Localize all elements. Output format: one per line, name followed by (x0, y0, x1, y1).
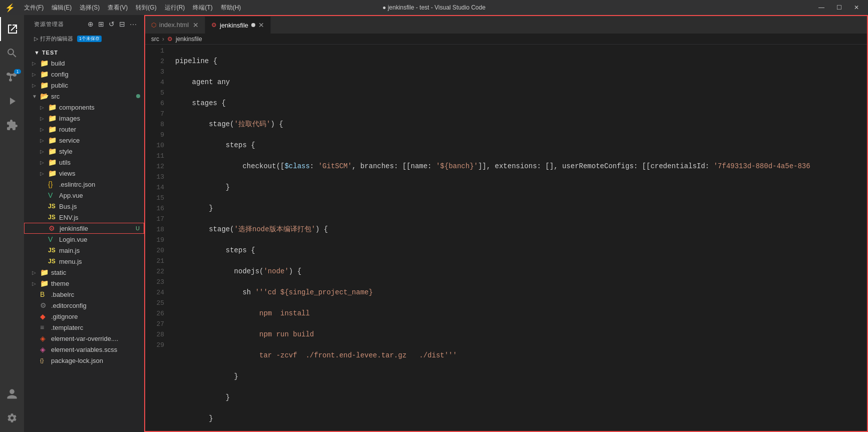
file-eslintrc[interactable]: {} .eslintrc.json (24, 179, 144, 190)
settings-activity-icon[interactable] (0, 406, 24, 430)
menu-edit[interactable]: 编辑(E) (49, 3, 75, 13)
project-chevron: ▼ (34, 50, 40, 56)
menu-terminal[interactable]: 终端(T) (190, 3, 215, 13)
extensions-activity-icon[interactable] (0, 113, 24, 137)
file-templaterc-label: .templaterc (51, 324, 144, 331)
code-line-8: } (175, 203, 867, 214)
run-activity-icon[interactable] (0, 89, 24, 113)
file-element-var-override[interactable]: ◈ element-var-override.... (24, 333, 144, 344)
folder-components-label: components (59, 104, 144, 111)
folder-src-label: src (51, 93, 136, 100)
code-line-9: stage('选择node版本编译打包') { (175, 224, 867, 235)
tab-html-close[interactable]: ✕ (193, 21, 199, 29)
folder-components[interactable]: ▷ 📁 components (24, 102, 144, 113)
account-activity-icon[interactable] (0, 382, 24, 406)
folder-views[interactable]: ▷ 📁 views (24, 168, 144, 179)
folder-images[interactable]: ▷ 📁 images (24, 113, 144, 124)
ln-12: 12 (145, 161, 164, 172)
new-folder-icon[interactable]: ⊞ (97, 19, 106, 29)
ln-1: 1 (145, 46, 164, 56)
tab-jenkinsfile-close[interactable]: ✕ (258, 21, 264, 29)
folder-public-icon: 📁 (40, 81, 49, 89)
folder-build-label: build (51, 60, 144, 67)
source-control-activity-icon[interactable]: 1 (0, 65, 24, 89)
folder-static[interactable]: ▷ 📁 static (24, 267, 144, 278)
ln-17: 17 (145, 214, 164, 224)
folder-src[interactable]: ▼ 📂 src (24, 91, 144, 102)
folder-theme[interactable]: ▷ 📁 theme (24, 278, 144, 289)
folder-views-icon: 📁 (48, 169, 57, 177)
folder-router[interactable]: ▷ 📁 router (24, 124, 144, 135)
babelrc-icon: B (40, 290, 49, 298)
folder-config[interactable]: ▷ 📁 config (24, 69, 144, 80)
refresh-icon[interactable]: ↺ (108, 19, 116, 29)
file-packagelock[interactable]: {} package-lock.json (24, 355, 144, 366)
activity-bar: 1 (0, 15, 24, 432)
menu-goto[interactable]: 转到(G) (133, 3, 159, 13)
ln-19: 19 (145, 235, 164, 245)
file-menujs[interactable]: JS menu.js (24, 256, 144, 267)
new-file-icon[interactable]: ⊕ (87, 19, 95, 29)
file-mainjs[interactable]: JS main.js (24, 245, 144, 256)
chevron-static: ▷ (32, 270, 40, 275)
menu-help[interactable]: 帮助(H) (218, 3, 244, 13)
file-busjs[interactable]: JS Bus.js (24, 201, 144, 212)
folder-style-icon: 📁 (48, 147, 57, 155)
ln-6: 6 (145, 98, 164, 109)
close-button[interactable]: ✕ (850, 3, 863, 12)
ln-11: 11 (145, 151, 164, 161)
tab-jenkinsfile-icon: ⚙ (211, 22, 217, 29)
folder-build[interactable]: ▷ 📁 build (24, 58, 144, 69)
file-templaterc[interactable]: ≡ .templaterc (24, 322, 144, 333)
folder-service[interactable]: ▷ 📁 service (24, 135, 144, 146)
file-loginvue[interactable]: V Login.vue (24, 234, 144, 245)
menujs-icon: JS (48, 258, 57, 265)
collapse-icon[interactable]: ⊟ (118, 19, 127, 29)
file-envjs[interactable]: JS ENV.js (24, 212, 144, 223)
breadcrumb-src[interactable]: src (151, 36, 159, 43)
file-editorconfig[interactable]: ⚙ .editorconfig (24, 300, 144, 311)
vscode-logo: ⚡ (5, 3, 15, 13)
code-line-12: sh '''cd ${single_project_name} (175, 287, 867, 298)
menu-select[interactable]: 选择(S) (77, 3, 103, 13)
templaterc-icon: ≡ (40, 323, 49, 331)
file-babelrc-label: .babelrc (51, 291, 144, 298)
code-line-14: npm run build (175, 329, 867, 340)
search-activity-icon[interactable] (0, 41, 24, 65)
folder-components-icon: 📁 (48, 103, 57, 111)
jenkinsfile-icon: ⚙ (49, 224, 58, 232)
folder-style[interactable]: ▷ 📁 style (24, 146, 144, 157)
folder-utils[interactable]: ▷ 📁 utils (24, 157, 144, 168)
ln-7: 7 (145, 109, 164, 119)
minimize-button[interactable]: — (814, 3, 828, 12)
file-babelrc[interactable]: B .babelrc (24, 289, 144, 300)
menu-file[interactable]: 文件(F) (21, 3, 47, 13)
code-line-16: } (175, 371, 867, 382)
code-line-6: checkout([$class: 'GitSCM', branches: [[… (175, 161, 867, 172)
folder-utils-icon: 📁 (48, 158, 57, 166)
menu-run[interactable]: 运行(R) (162, 3, 188, 13)
folder-images-label: images (59, 115, 144, 122)
folder-public[interactable]: ▷ 📁 public (24, 80, 144, 91)
file-gitignore[interactable]: ◆ .gitignore (24, 311, 144, 322)
file-jenkinsfile[interactable]: ⚙ jenkinsfile U (24, 223, 144, 234)
tabs-bar: ⬡ index.html ✕ ⚙ jenkinsfile ✕ (145, 16, 867, 34)
breadcrumb-jenkinsfile-label[interactable]: jenkinsfile (176, 36, 202, 43)
editorconfig-icon: ⚙ (40, 301, 49, 309)
tab-jenkinsfile[interactable]: ⚙ jenkinsfile ✕ (205, 16, 271, 34)
file-appvue[interactable]: V App.vue (24, 190, 144, 201)
folder-static-icon: 📁 (40, 268, 49, 276)
project-section-title[interactable]: ▼ TEST (24, 47, 144, 58)
code-editor[interactable]: 1 2 3 4 5 6 7 8 9 10 11 12 13 14 15 16 1… (145, 45, 867, 431)
more-actions-icon[interactable]: ··· (129, 19, 138, 29)
title-bar-left: ⚡ 文件(F) 编辑(E) 选择(S) 查看(V) 转到(G) 运行(R) 终端… (5, 3, 244, 13)
menu-view[interactable]: 查看(V) (105, 3, 131, 13)
explorer-activity-icon[interactable] (0, 17, 24, 41)
file-element-variables[interactable]: ◈ element-variables.scss (24, 344, 144, 355)
tab-index-html[interactable]: ⬡ index.html ✕ (145, 16, 205, 34)
code-line-15: tar -zcvf ./front.end-levee.tar.gz ./dis… (175, 350, 867, 361)
folder-config-icon: 📁 (40, 70, 49, 78)
open-editors-header[interactable]: ▷ 打开的编辑器 1个未保存 (24, 33, 144, 45)
envjs-icon: JS (48, 214, 57, 221)
maximize-button[interactable]: ☐ (832, 3, 846, 12)
